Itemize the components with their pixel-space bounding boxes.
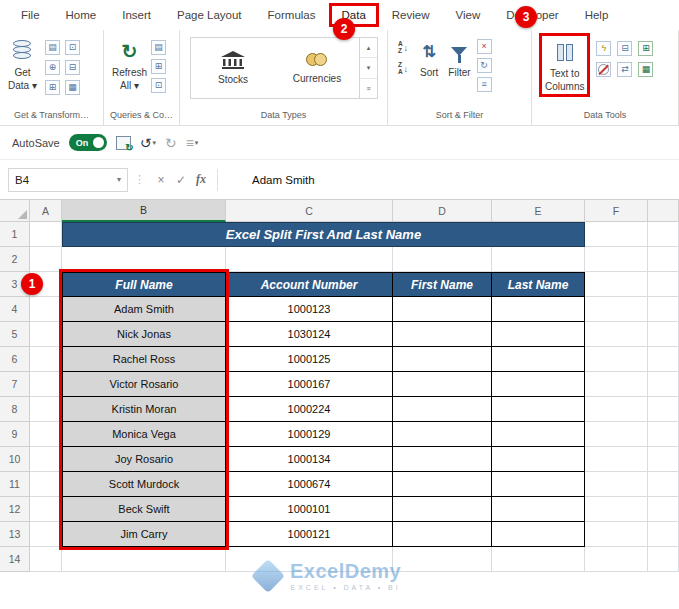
cell-full-name[interactable]: Beck Swift (62, 497, 226, 522)
cell-last-name[interactable] (492, 372, 585, 397)
cell-f6[interactable] (585, 347, 648, 372)
cell-f11[interactable] (585, 472, 648, 497)
cell-full-name[interactable]: Scott Murdock (62, 472, 226, 497)
tab-home[interactable]: Home (53, 3, 110, 27)
cell-a11[interactable] (30, 472, 62, 497)
cell-f10[interactable] (585, 447, 648, 472)
cell-full-name[interactable]: Monica Vega (62, 422, 226, 447)
undo-button[interactable]: ↺▾ (140, 135, 156, 151)
cell-account-number[interactable]: 1000134 (226, 447, 393, 472)
row-header-1[interactable]: 1 (0, 222, 30, 247)
cell-first-name[interactable] (393, 472, 492, 497)
autosave-toggle[interactable]: On (69, 134, 107, 151)
cell-first-name[interactable] (393, 497, 492, 522)
header-full-name[interactable]: Full Name (62, 272, 226, 297)
row-header-5[interactable]: 5 (0, 322, 30, 347)
cell-g11[interactable] (648, 472, 679, 497)
cell-d14[interactable] (393, 547, 492, 572)
tab-insert[interactable]: Insert (109, 3, 164, 27)
cell-a12[interactable] (30, 497, 62, 522)
cell-b14[interactable] (62, 547, 226, 572)
cell-account-number[interactable]: 1000224 (226, 397, 393, 422)
cell-first-name[interactable] (393, 447, 492, 472)
row-header-6[interactable]: 6 (0, 347, 30, 372)
cell-last-name[interactable] (492, 397, 585, 422)
cell-f3[interactable] (585, 272, 648, 297)
sort-ascending-button[interactable]: AZ ↓ (392, 39, 414, 56)
sort-descending-button[interactable]: ZA ↓ (392, 60, 414, 77)
from-text-csv-icon[interactable]: ▤ (45, 40, 60, 55)
cell-c2[interactable] (226, 247, 393, 272)
cell-g9[interactable] (648, 422, 679, 447)
select-all-button[interactable] (0, 200, 30, 222)
cell-first-name[interactable] (393, 397, 492, 422)
refresh-all-button[interactable]: ↻ Refresh All ▾ (108, 33, 151, 94)
column-header-f[interactable]: F (585, 200, 648, 222)
from-table-range-icon[interactable]: ⊞ (45, 80, 60, 95)
cell-last-name[interactable] (492, 347, 585, 372)
cell-f4[interactable] (585, 297, 648, 322)
cell-account-number[interactable]: 1000101 (226, 497, 393, 522)
advanced-filter-icon[interactable]: ≡ (477, 77, 492, 92)
cell-full-name[interactable]: Nick Jonas (62, 322, 226, 347)
row-header-4[interactable]: 4 (0, 297, 30, 322)
cell-first-name[interactable] (393, 522, 492, 547)
cell-g13[interactable] (648, 522, 679, 547)
cell-f14[interactable] (585, 547, 648, 572)
tab-page-layout[interactable]: Page Layout (164, 3, 255, 27)
cell-g3[interactable] (648, 272, 679, 297)
formula-bar-value[interactable]: Adam Smith (224, 174, 315, 186)
stocks-button[interactable]: Stocks (191, 38, 275, 98)
cell-g6[interactable] (648, 347, 679, 372)
cell-g12[interactable] (648, 497, 679, 522)
cell-a14[interactable] (30, 547, 62, 572)
cell-last-name[interactable] (492, 497, 585, 522)
cell-g1[interactable] (648, 222, 679, 247)
cell-g7[interactable] (648, 372, 679, 397)
row-header-13[interactable]: 13 (0, 522, 30, 547)
cell-a6[interactable] (30, 347, 62, 372)
cell-first-name[interactable] (393, 297, 492, 322)
cell-g5[interactable] (648, 322, 679, 347)
gallery-more-icon[interactable]: ≡ (360, 79, 377, 98)
cell-a4[interactable] (30, 297, 62, 322)
cell-a2[interactable] (30, 247, 62, 272)
customize-qat-button[interactable]: ≡▾ (186, 135, 199, 151)
cell-last-name[interactable] (492, 322, 585, 347)
cell-account-number[interactable]: 1000674 (226, 472, 393, 497)
cell-f12[interactable] (585, 497, 648, 522)
from-picture-icon[interactable]: ▦ (65, 80, 80, 95)
cell-last-name[interactable] (492, 422, 585, 447)
column-header-d[interactable]: D (393, 200, 492, 222)
cell-g4[interactable] (648, 297, 679, 322)
cell-a8[interactable] (30, 397, 62, 422)
cell-full-name[interactable]: Rachel Ross (62, 347, 226, 372)
cell-g14[interactable] (648, 547, 679, 572)
cell-last-name[interactable] (492, 447, 585, 472)
row-header-12[interactable]: 12 (0, 497, 30, 522)
cell-first-name[interactable] (393, 347, 492, 372)
flash-fill-icon[interactable]: ϟ (596, 41, 611, 56)
cell-full-name[interactable]: Adam Smith (62, 297, 226, 322)
cell-a13[interactable] (30, 522, 62, 547)
relationships-icon[interactable]: ⇄ (617, 62, 632, 77)
cell-a5[interactable] (30, 322, 62, 347)
cell-g10[interactable] (648, 447, 679, 472)
redo-button[interactable]: ↻ (165, 135, 177, 151)
cell-a9[interactable] (30, 422, 62, 447)
manage-data-model-icon[interactable]: ▦ (638, 62, 653, 77)
row-header-14[interactable]: 14 (0, 547, 30, 572)
cell-a10[interactable] (30, 447, 62, 472)
cell-account-number[interactable]: 1000121 (226, 522, 393, 547)
column-header-partial[interactable] (648, 200, 679, 222)
row-header-9[interactable]: 9 (0, 422, 30, 447)
cell-e2[interactable] (492, 247, 585, 272)
enter-icon[interactable]: ✓ (171, 173, 191, 187)
cell-f13[interactable] (585, 522, 648, 547)
tab-help[interactable]: Help (572, 3, 622, 27)
get-data-button[interactable]: Get Data ▾ (4, 33, 41, 94)
column-header-e[interactable]: E (492, 200, 585, 222)
reapply-icon[interactable]: ↻ (477, 58, 492, 73)
existing-connections-icon[interactable]: ⊟ (65, 60, 80, 75)
filter-button[interactable]: Filter (444, 33, 474, 82)
